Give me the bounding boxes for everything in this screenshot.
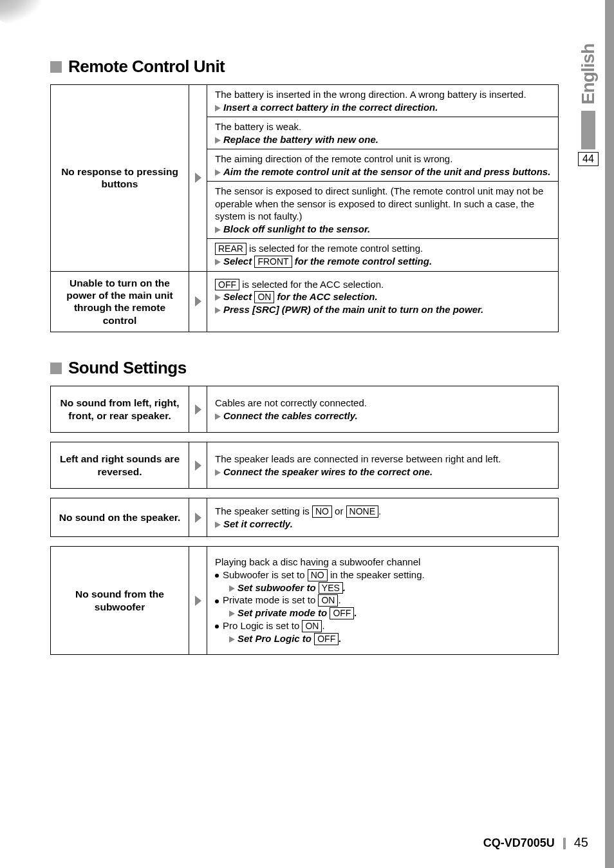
cause-text: OFF is selected for the ACC selection.: [215, 278, 550, 291]
cause-suffix: .: [322, 620, 324, 631]
fix-text: Set it correctly.: [215, 518, 550, 531]
cause-mid: or: [332, 505, 346, 516]
solutions-cell: The speaker setting is NO or NONE. Set i…: [207, 498, 558, 536]
cause-prefix: Private mode is set to: [223, 594, 318, 605]
arrow-right-icon: [229, 610, 235, 617]
chevron-right-icon: [194, 511, 203, 524]
section-heading: Remote Control Unit: [68, 57, 225, 77]
svg-marker-5: [195, 596, 201, 606]
solutions-cell: The battery is inserted in the wrong dir…: [207, 85, 558, 271]
fix-text: Connect the cables correctly.: [215, 410, 550, 422]
solution-item: REAR is selected for the remote control …: [207, 239, 558, 271]
fix-text: Press [SRC] (PWR) of the main unit to tu…: [215, 303, 550, 316]
solution-item: The battery is weak. Replace the battery…: [207, 117, 558, 149]
cause-suffix: is selected for the ACC selection.: [239, 279, 384, 290]
table-row: No sound from left, right, front, or rea…: [50, 386, 559, 433]
fix-text: Set Pro Logic to OFF.: [215, 632, 550, 645]
model-number: CQ-VD7005U: [483, 836, 555, 849]
language-bar: [581, 111, 595, 149]
arrow-right-icon: [215, 522, 221, 528]
arrow-right-icon: [215, 469, 221, 476]
table-row: No sound from the subwoofer Playing back…: [50, 546, 559, 654]
cause-text: The sensor is exposed to direct sunlight…: [215, 185, 552, 223]
section-heading: Sound Settings: [68, 358, 187, 378]
svg-marker-3: [195, 460, 201, 471]
chevron-right-icon: [194, 295, 203, 308]
arrow-right-icon: [215, 259, 221, 265]
cause-prefix: Subwoofer is set to: [223, 569, 308, 580]
solutions-cell: The speaker leads are connected in rever…: [207, 442, 558, 488]
cause-text: The battery is inserted in the wrong dir…: [215, 88, 552, 101]
solution-item: Playing back a disc having a subwoofer c…: [207, 547, 558, 654]
cause-text: Cables are not correctly connected.: [215, 397, 550, 410]
solutions-cell: OFF is selected for the ACC selection. S…: [207, 272, 558, 332]
fix-prefix: Set subwoofer to: [237, 582, 319, 593]
cause-suffix: .: [338, 594, 340, 605]
cause-text: The speaker setting is NO or NONE.: [215, 505, 550, 518]
boxed-value: ON: [302, 620, 322, 632]
svg-marker-0: [195, 173, 201, 183]
arrow-cell: [189, 272, 207, 332]
arrow-right-icon: [215, 105, 221, 111]
divider-icon: [563, 838, 566, 849]
problem-cell: No response to pressing buttons: [51, 85, 189, 271]
language-label: English: [578, 44, 599, 104]
bullet-line: Subwoofer is set to NO in the speaker se…: [215, 569, 550, 581]
fix-suffix: for the remote control setting.: [295, 256, 432, 267]
bullet-line: Private mode is set to ON.: [215, 594, 550, 607]
arrow-right-icon: [215, 413, 221, 420]
solution-item: Cables are not correctly connected. Conn…: [207, 386, 558, 432]
bullet-icon: [215, 574, 219, 578]
fix-label: Set it correctly.: [223, 518, 293, 529]
arrow-right-icon: [215, 227, 221, 233]
fix-text: Insert a correct battery in the correct …: [215, 101, 552, 114]
bullet-icon: [215, 625, 219, 628]
boxed-value: YES: [319, 582, 343, 594]
cause-suffix: is selected for the remote control setti…: [247, 243, 423, 254]
arrow-right-icon: [215, 307, 221, 314]
solutions-cell: Playing back a disc having a subwoofer c…: [207, 547, 558, 654]
cause-prefix: The speaker setting is: [215, 505, 312, 516]
fix-text: Block off sunlight to the sensor.: [215, 223, 552, 236]
cause-text: The aiming direction of the remote contr…: [215, 153, 552, 165]
arrow-cell: [189, 386, 207, 432]
fix-text: Select ON for the ACC selection.: [215, 290, 550, 303]
arrow-cell: [189, 442, 207, 488]
chevron-right-icon: [194, 459, 203, 472]
table-row: Unable to turn on the power of the main …: [50, 271, 559, 333]
boxed-value: NONE: [346, 505, 378, 518]
fix-label: Aim the remote control unit at the senso…: [223, 166, 550, 177]
cause-text: The speaker leads are connected in rever…: [215, 453, 550, 466]
arrow-cell: [189, 85, 207, 271]
solution-item: The speaker leads are connected in rever…: [207, 442, 558, 488]
solution-item: The speaker setting is NO or NONE. Set i…: [207, 498, 558, 536]
cause-text: Playing back a disc having a subwoofer c…: [215, 556, 550, 569]
fix-suffix: for the ACC selection.: [277, 291, 378, 302]
bullet-icon: [215, 599, 219, 603]
solution-item: OFF is selected for the ACC selection. S…: [207, 272, 558, 323]
section-title-remote: Remote Control Unit: [50, 57, 559, 77]
square-bullet-icon: [50, 61, 62, 73]
boxed-value: ON: [318, 594, 338, 607]
boxed-value: OFF: [314, 633, 339, 645]
solution-item: The sensor is exposed to direct sunlight…: [207, 182, 558, 239]
section-title-sound: Sound Settings: [50, 358, 559, 378]
fix-prefix: Select: [223, 291, 254, 302]
bullet-line: Pro Logic is set to ON.: [215, 619, 550, 632]
boxed-value: NO: [312, 505, 332, 518]
main-content: Remote Control Unit No response to press…: [50, 57, 559, 664]
decorative-corner: [0, 0, 45, 26]
fix-label: Press [SRC] (PWR) of the main unit to tu…: [223, 304, 483, 315]
table-row: Left and right sounds are reversed. The …: [50, 442, 559, 489]
problem-cell: Left and right sounds are reversed.: [51, 442, 189, 488]
boxed-value: NO: [308, 569, 328, 581]
arrow-cell: [189, 547, 207, 654]
fix-suffix: .: [343, 582, 346, 593]
svg-marker-4: [195, 513, 201, 523]
arrow-right-icon: [215, 294, 221, 301]
boxed-value: OFF: [215, 279, 239, 291]
arrow-cell: [189, 498, 207, 536]
cause-suffix: .: [378, 505, 381, 516]
fix-text: Set private mode to OFF.: [215, 607, 550, 619]
fix-prefix: Set Pro Logic to: [237, 633, 314, 644]
